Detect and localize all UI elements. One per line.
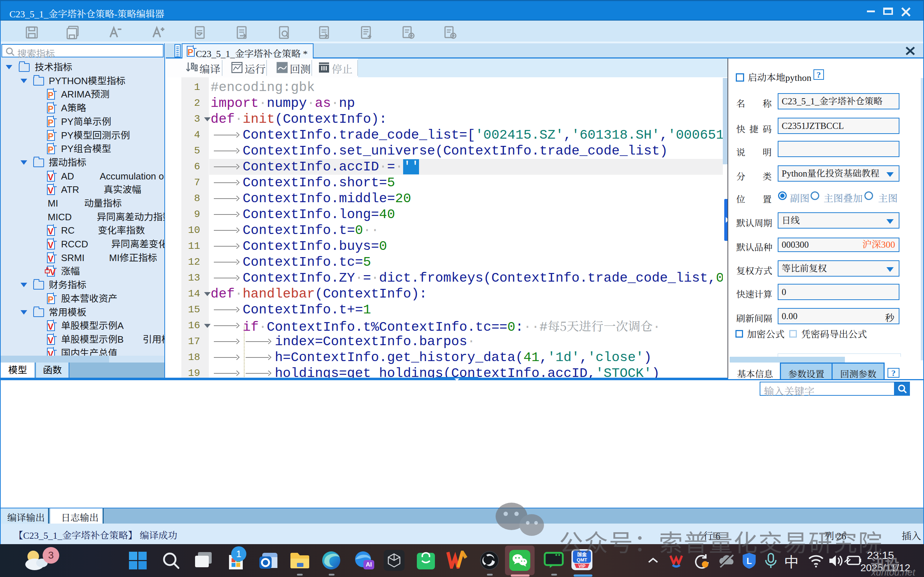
svg-text:国金: 国金	[577, 551, 587, 558]
svg-text:L: L	[747, 556, 752, 566]
svg-text:VIP: VIP	[578, 564, 585, 569]
svg-text:QMT: QMT	[577, 557, 587, 562]
